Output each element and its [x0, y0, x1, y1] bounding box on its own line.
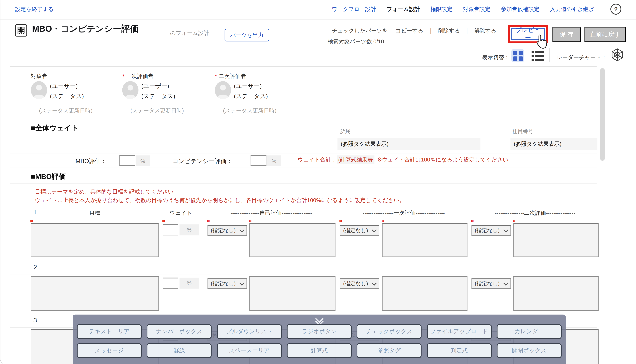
palette-calendar-button[interactable]: カレンダー	[497, 324, 562, 339]
participant-label-target: 対象者	[31, 73, 47, 80]
self-eval-comment-1[interactable]	[249, 223, 336, 257]
palette-space-area-button[interactable]: スペースエリア	[217, 344, 282, 358]
mbo-eval-heading: ■MBO評価	[31, 172, 66, 181]
checked-parts-label: チェックしたパーツを	[332, 27, 388, 34]
copy-parts-action[interactable]: コピーする	[396, 27, 423, 34]
self-eval-comment-2[interactable]	[249, 276, 336, 311]
undo-button[interactable]: 直前に戻す	[584, 27, 626, 42]
weight-input-2[interactable]	[163, 278, 178, 289]
nav-participant-candidate-settings[interactable]: 参加者候補設定	[501, 6, 539, 13]
top-nav-bar: 設定を終了する ワークフロー設計 フォーム設計 権限設定 対象者設定 参加者候補…	[1, 0, 636, 20]
viewbar-divider	[549, 48, 550, 62]
required-asterisk: ＊	[338, 218, 344, 226]
column-header-goal: 目標	[31, 210, 159, 217]
radar-chart-label: レーダーチャート：	[557, 54, 607, 61]
nav-target-settings[interactable]: 対象者設定	[463, 6, 490, 13]
palette-file-upload-button[interactable]: ファイルアップロード	[427, 324, 492, 339]
display-toggle-label: 表示切替：	[482, 54, 509, 61]
chevron-down-icon	[239, 227, 244, 232]
list-view-toggle[interactable]	[532, 51, 544, 61]
first-eval-comment-1[interactable]	[382, 223, 467, 257]
chevron-down-icon	[372, 280, 377, 286]
weight-instruction-note: ウェイト…上長と本人が擦り合わせて、複数の目標のうち何が優先かを明らかにし、各目…	[35, 197, 405, 204]
row-divider	[10, 153, 596, 154]
self-eval-select-2[interactable]: (指定なし)	[208, 278, 247, 289]
grid-view-toggle[interactable]	[511, 49, 524, 62]
collapse-palette-icon[interactable]	[315, 316, 323, 325]
palette-text-area-button[interactable]: テキストエリア	[77, 324, 142, 339]
nav-links: ワークフロー設計 フォーム設計 権限設定 対象者設定 参加者候補設定 入力値の引…	[332, 6, 594, 13]
participant-label-first-evaluator: ＊一次評価者	[121, 73, 154, 80]
palette-row-1: テキストエリア ナンバーボックス プルダウンリスト ラジオボタン チェックボック…	[77, 324, 562, 339]
action-separator: ｜	[428, 27, 433, 34]
palette-checkbox-button[interactable]: チェックボックス	[357, 324, 422, 339]
second-eval-select-1[interactable]: (指定なし)	[471, 225, 511, 236]
list-icon	[532, 55, 544, 57]
first-eval-select-2[interactable]: (指定なし)	[340, 278, 379, 289]
column-header-second-eval: ----------------二次評価----------------	[471, 210, 599, 217]
save-button[interactable]: 保 存	[552, 27, 581, 42]
weight-input-1[interactable]	[163, 224, 178, 236]
first-eval-comment-2[interactable]	[382, 276, 467, 311]
page-subtitle: のフォーム設計	[170, 30, 209, 37]
weight-total-calc-field: (計算式結果表	[337, 156, 374, 164]
goal-textarea-1[interactable]	[31, 223, 159, 257]
vertical-scrollbar[interactable]	[600, 68, 605, 161]
palette-message-button[interactable]: メッセージ	[77, 344, 142, 358]
second-eval-select-2[interactable]: (指定なし)	[471, 278, 511, 289]
overall-weight-heading: ■全体ウェイト	[31, 123, 79, 133]
employee-number-ref-tag-field: (参照タグ結果表示)	[510, 138, 597, 150]
row-divider	[10, 168, 596, 168]
nav-workflow-design[interactable]: ワークフロー設計	[332, 6, 376, 13]
parts-palette: テキストエリア ナンバーボックス プルダウンリスト ラジオボタン チェックボック…	[73, 314, 566, 364]
mbo-weight-percent-unit: %	[136, 156, 150, 166]
competency-weight-input[interactable]	[251, 156, 267, 166]
grid-icon	[518, 56, 523, 60]
palette-number-box-button[interactable]: ナンバーボックス	[147, 324, 212, 339]
second-eval-comment-1[interactable]	[513, 223, 599, 257]
second-eval-comment-2[interactable]	[513, 276, 599, 311]
list-icon	[532, 59, 544, 61]
required-asterisk: ＊	[469, 218, 475, 226]
palette-ref-tag-button[interactable]: 参照タグ	[357, 344, 422, 358]
palette-toggle-box-button[interactable]: 開閉ボックス	[497, 344, 562, 358]
page-title: MBO・コンピテンシー評価	[32, 23, 139, 34]
mbo-weight-input[interactable]	[119, 156, 135, 166]
weight-total-note: ウェイト合計：(計算式結果表※ウェイト合計は100％になるよう設定してください	[298, 156, 508, 164]
nav-permission-settings[interactable]: 権限設定	[431, 6, 452, 13]
participant-status-placeholder: (ステータス)	[234, 92, 268, 100]
delete-parts-action[interactable]: 削除する	[438, 27, 460, 34]
column-header-first-eval: -----------------一次評価----------------	[340, 210, 467, 217]
first-eval-select-1[interactable]: (指定なし)	[340, 225, 379, 236]
palette-ruled-line-button[interactable]: 罫線	[147, 344, 212, 358]
weight-total-label: ウェイト合計：	[298, 157, 337, 163]
search-target-count: 検索対象パーツ数 0/10	[328, 38, 384, 46]
self-eval-select-1[interactable]: (指定なし)	[208, 225, 247, 236]
competency-weight-label: コンピテンシー評価：	[173, 158, 232, 165]
export-parts-button[interactable]: パーツを出力	[225, 29, 269, 42]
help-icon[interactable]: ?	[610, 4, 621, 15]
action-separator: ｜	[464, 27, 470, 34]
palette-calc-formula-button[interactable]: 計算式	[287, 344, 352, 358]
avatar	[31, 81, 47, 99]
palette-judgement-formula-button[interactable]: 判定式	[427, 344, 492, 358]
participant-user-placeholder: (ユーザー)	[50, 82, 78, 90]
required-asterisk: ＊	[213, 73, 219, 79]
form-design-page: 設定を終了する ワークフロー設計 フォーム設計 権限設定 対象者設定 参加者候補…	[0, 0, 636, 364]
nav-form-design[interactable]: フォーム設計	[387, 6, 420, 13]
participant-status-updated: (ステータス更新日時)	[223, 107, 277, 114]
grid-icon	[513, 56, 517, 60]
radar-chart-icon[interactable]	[610, 48, 624, 62]
palette-radio-button-button[interactable]: ラジオボタン	[287, 324, 352, 339]
row-number: ２.	[32, 264, 40, 271]
palette-pulldown-list-button[interactable]: プルダウンリスト	[217, 324, 282, 339]
chevron-down-icon	[372, 227, 377, 232]
chevron-down-icon	[239, 280, 244, 286]
competency-weight-percent-unit: %	[267, 156, 281, 166]
chevron-down-icon	[503, 280, 508, 286]
nav-input-value-carryover[interactable]: 入力値の引き継ぎ	[550, 6, 594, 13]
weight-percent-unit-1: %	[180, 224, 199, 236]
exit-settings-link[interactable]: 設定を終了する	[15, 6, 54, 13]
goal-textarea-2[interactable]	[31, 276, 159, 311]
clear-parts-action[interactable]: 解除する	[474, 27, 496, 34]
